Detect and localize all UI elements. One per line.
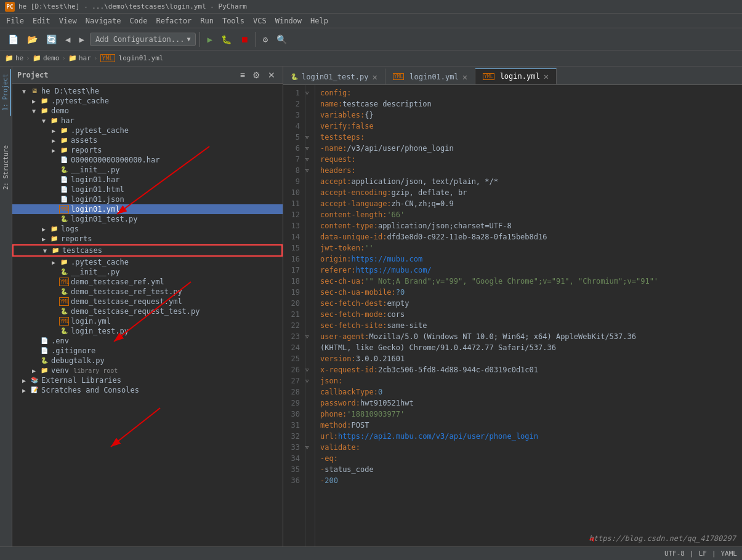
menu-bar: File Edit View Navigate Code Refactor Ru… <box>0 14 742 28</box>
code-line-27: json: <box>320 375 737 386</box>
tree-item-reports[interactable]: ▶ 📁 reports <box>12 145 283 155</box>
menu-refactor[interactable]: Refactor <box>152 15 195 26</box>
breadcrumb-har[interactable]: 📁 har <box>68 54 91 62</box>
arrow-reports2: ▶ <box>42 236 49 242</box>
toolbar-separator2 <box>256 32 256 47</box>
tab-login01-test-py[interactable]: 🐍 login01_test.py ✕ <box>283 68 385 84</box>
panel-header: Project ≡ ⚙ ✕ <box>12 66 283 84</box>
tree-item-venv[interactable]: ▶ 📁 venv library root <box>12 366 283 375</box>
folder-icon-demo: 📁 <box>39 106 49 115</box>
debug-icon[interactable]: 🐛 <box>218 33 235 46</box>
menu-window[interactable]: Window <box>272 15 305 26</box>
tree-item-assets[interactable]: ▶ 📁 assets <box>12 135 283 145</box>
tree-item-root[interactable]: ▼ 🖥 he D:\test\he <box>12 86 283 96</box>
code-line-7: request: <box>320 154 737 165</box>
breadcrumb-demo[interactable]: 📁 demo <box>33 54 60 62</box>
settings-button[interactable]: ⚙ <box>250 69 263 81</box>
tree-item-pytest-cache3[interactable]: ▶ 📁 .pytest_cache <box>12 257 283 267</box>
collapse-all-button[interactable]: ≡ <box>238 69 248 81</box>
menu-run[interactable]: Run <box>196 15 217 26</box>
menu-tools[interactable]: Tools <box>219 15 248 26</box>
tab-py-icon: 🐍 <box>291 73 298 80</box>
tree-item-debugtalk[interactable]: ▶ 🐍 debugtalk.py <box>12 356 283 366</box>
tree-item-demo-req-yml[interactable]: ▶ YML demo_testcase_request.yml <box>12 297 283 306</box>
open-icon[interactable]: 📂 <box>24 33 41 46</box>
status-bar: UTF-8 | LF | YAML <box>0 546 742 560</box>
tree-item-testcases[interactable]: ▼ 📁 testcases <box>12 244 283 257</box>
tree-item-init-py[interactable]: ▶ 🐍 __init__.py <box>12 165 283 175</box>
arrow-pytest3: ▶ <box>52 259 59 266</box>
tab-close-login01-yml[interactable]: ✕ <box>462 72 467 82</box>
tree-item-env[interactable]: ▶ 📄 .env <box>12 336 283 346</box>
py-icon3: 🐍 <box>59 268 69 276</box>
tab-login01-yml[interactable]: YML login01.yml ✕ <box>385 68 475 84</box>
tree-item-scratches[interactable]: ▶ 📝 Scratches and Consoles <box>12 385 283 395</box>
tree-item-login01-yml[interactable]: ▶ YML login01.yml <box>12 204 283 214</box>
back-icon[interactable]: ◀ <box>62 33 73 46</box>
tab-close-login-yml[interactable]: ✕ <box>544 71 549 81</box>
tree-item-reports2[interactable]: ▶ 📁 reports <box>12 234 283 244</box>
tree-item-login01-html[interactable]: ▶ 📄 login01.html <box>12 185 283 194</box>
tree-item-login01-json[interactable]: ▶ 📄 login01.json <box>12 194 283 204</box>
code-line-3: variables: {} <box>320 110 737 121</box>
menu-code[interactable]: Code <box>126 15 151 26</box>
fold-gutter: ▽ ▽ ▽ ▽ ▽ <box>305 85 315 560</box>
py-icon2: 🐍 <box>59 215 69 223</box>
menu-view[interactable]: View <box>55 15 81 26</box>
new-project-icon[interactable]: 📄 <box>5 33 22 46</box>
menu-file[interactable]: File <box>2 15 28 26</box>
panel-title: Project <box>17 71 238 79</box>
breadcrumb-file[interactable]: YML login01.yml <box>100 54 164 62</box>
project-tab[interactable]: 1: Project <box>1 69 11 116</box>
tab-close-login01-test[interactable]: ✕ <box>372 72 377 82</box>
forward-icon[interactable]: ▶ <box>76 33 87 46</box>
run-icon[interactable]: ▶ <box>204 33 215 46</box>
yaml-icon4: YML <box>59 297 69 306</box>
code-line-26: x-request-id: 2cb3c506-5fd8-4d88-944c-d0… <box>320 364 737 375</box>
structure-tab[interactable]: 2: Structure <box>1 140 10 194</box>
tree-item-har-file[interactable]: ▶ 📄 0000000000000000.har <box>12 155 283 165</box>
arrow-testcases: ▼ <box>43 247 50 254</box>
close-panel-button[interactable]: ✕ <box>265 69 278 81</box>
code-line-20: sec-fetch-dest: empty <box>320 298 737 309</box>
arrow-pytest2: ▶ <box>52 127 59 134</box>
folder-icon-logs: 📁 <box>49 225 59 233</box>
tree-item-login-yml[interactable]: ▶ YML login.yml <box>12 316 283 326</box>
code-line-5: teststeps: <box>320 132 737 143</box>
breadcrumb-project[interactable]: 📁 he <box>5 54 23 62</box>
tree-item-demo[interactable]: ▼ 📁 demo <box>12 106 283 116</box>
yaml-icon5: YML <box>59 317 69 326</box>
tree-item-gitignore[interactable]: ▶ 📄 .gitignore <box>12 346 283 356</box>
folder-icon-pytest3: 📁 <box>59 258 69 266</box>
code-line-28: callbackType: 0 <box>320 386 737 398</box>
menu-vcs[interactable]: VCS <box>249 15 270 26</box>
tree-item-demo-ref-test[interactable]: ▶ 🐍 demo_testcase_ref_test.py <box>12 287 283 297</box>
settings-icon[interactable]: ⚙ <box>260 33 271 46</box>
search-icon[interactable]: 🔍 <box>273 33 290 46</box>
tree-item-demo-ref-yml[interactable]: ▶ YML demo_testcase_ref.yml <box>12 277 283 287</box>
tree-item-pytest-cache1[interactable]: ▶ 📁 .pytest_cache <box>12 96 283 106</box>
code-line-4: verify: false <box>320 121 737 132</box>
har-file-icon: 📄 <box>59 156 69 164</box>
tab-yml-icon: YML <box>393 73 404 80</box>
tree-item-login-test[interactable]: ▶ 🐍 login_test.py <box>12 326 283 336</box>
code-content[interactable]: config: name: testcase description varia… <box>315 85 742 560</box>
tree-item-pytest-cache2[interactable]: ▶ 📁 .pytest_cache <box>12 126 283 135</box>
tree-item-demo-req-test[interactable]: ▶ 🐍 demo_testcase_request_test.py <box>12 306 283 316</box>
tree-item-logs[interactable]: ▶ 📁 logs <box>12 224 283 234</box>
menu-edit[interactable]: Edit <box>29 15 54 26</box>
tree-item-har[interactable]: ▼ 📁 har <box>12 116 283 126</box>
stop-icon[interactable]: ⏹ <box>237 33 252 46</box>
menu-help[interactable]: Help <box>307 15 332 26</box>
tree-item-login01-test[interactable]: ▶ 🐍 login01_test.py <box>12 214 283 224</box>
menu-navigate[interactable]: Navigate <box>82 15 125 26</box>
code-line-15: jwt-token: '' <box>320 242 737 254</box>
tree-item-ext-libs[interactable]: ▶ 📚 External Libraries <box>12 375 283 385</box>
tree-item-init-py2[interactable]: ▶ 🐍 __init__.py <box>12 267 283 277</box>
add-configuration-button[interactable]: Add Configuration... ▼ <box>90 33 196 46</box>
code-editor: 1 2 3 4 5 6 7 8 9 10 11 12 13 14 15 16 <box>283 85 742 560</box>
tab-login-yml[interactable]: YML login.yml ✕ <box>475 68 557 84</box>
tree-item-login01-har[interactable]: ▶ 📄 login01.har <box>12 175 283 185</box>
code-line-31: method: POST <box>320 420 737 431</box>
sync-icon[interactable]: 🔄 <box>43 33 60 46</box>
